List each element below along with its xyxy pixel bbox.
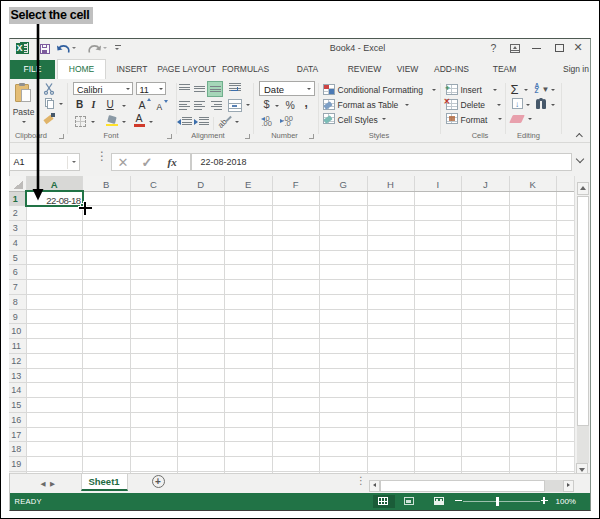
svg-text:9: 9 xyxy=(12,311,17,321)
svg-text:11: 11 xyxy=(11,341,20,351)
svg-text:12: 12 xyxy=(11,355,21,365)
svg-text:3: 3 xyxy=(12,223,17,233)
svg-text:2: 2 xyxy=(12,208,17,218)
svg-text:6: 6 xyxy=(12,267,17,277)
svg-text:1: 1 xyxy=(12,193,17,203)
svg-text:B: B xyxy=(103,178,109,189)
svg-text:14: 14 xyxy=(11,385,21,395)
svg-text:16: 16 xyxy=(11,414,21,424)
svg-text:5: 5 xyxy=(12,252,17,262)
svg-text:17: 17 xyxy=(11,429,21,439)
svg-text:10: 10 xyxy=(11,326,21,336)
svg-text:F: F xyxy=(292,178,298,189)
svg-text:7: 7 xyxy=(12,282,17,292)
svg-text:D: D xyxy=(197,178,204,189)
svg-text:J: J xyxy=(482,178,487,189)
svg-text:8: 8 xyxy=(12,296,17,306)
svg-text:I: I xyxy=(436,178,439,189)
svg-text:C: C xyxy=(150,178,157,189)
svg-text:E: E xyxy=(245,178,251,189)
svg-text:13: 13 xyxy=(11,370,21,380)
svg-text:19: 19 xyxy=(11,459,21,469)
svg-text:K: K xyxy=(529,178,536,189)
svg-text:4: 4 xyxy=(12,237,17,247)
svg-text:15: 15 xyxy=(11,400,21,410)
svg-text:G: G xyxy=(339,178,346,189)
svg-text:H: H xyxy=(387,178,394,189)
svg-text:18: 18 xyxy=(11,444,21,454)
